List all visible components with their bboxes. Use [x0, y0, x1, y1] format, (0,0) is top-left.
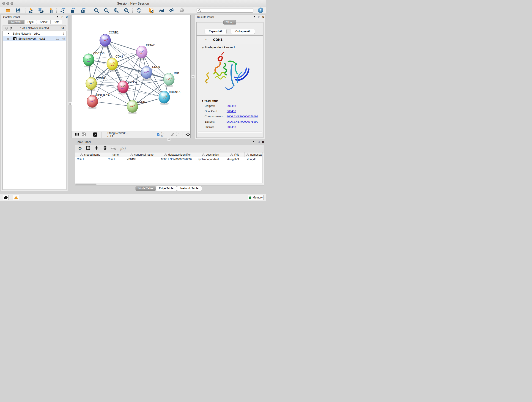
tab-network[interactable]: Network	[8, 20, 25, 24]
right-splitter-grip[interactable]	[191, 75, 195, 78]
network-options-gear-icon[interactable]: ⚙	[61, 26, 64, 30]
collapse-all-button[interactable]: Collapse All	[231, 29, 255, 34]
crosslink-genecard-link[interactable]: P06493	[227, 109, 236, 113]
float-panel-icon[interactable]: □	[259, 16, 260, 18]
cloud-button[interactable]	[3, 195, 9, 200]
float-panel-icon[interactable]: □	[258, 140, 260, 143]
table-vertical-scrollbar[interactable]	[262, 153, 264, 185]
column-header-shared-name[interactable]: shared name	[75, 153, 106, 157]
export-table-icon[interactable]	[70, 7, 76, 13]
network-edge-count: 48	[62, 36, 65, 41]
column-header-name[interactable]: name	[106, 153, 125, 157]
gene-section-header[interactable]: ▼ CDK1	[196, 36, 263, 44]
network-collection-row[interactable]: ▼ String Network – cdk1 1	[3, 31, 66, 36]
crosslink-compartments-link[interactable]: 9606.ENSP00000378699	[227, 115, 258, 118]
tab-edge-table[interactable]: Edge Table	[156, 186, 177, 191]
crosslink-pharos-link[interactable]: P06493	[227, 125, 236, 129]
zoom-fit-icon[interactable]	[113, 7, 119, 13]
column-header-description[interactable]: description	[196, 153, 225, 157]
network-share-toggle-icon[interactable]	[82, 133, 86, 137]
export-network-icon[interactable]	[60, 7, 66, 13]
table-cell[interactable]: CDK1	[106, 157, 125, 162]
refresh-icon[interactable]	[136, 7, 142, 13]
network-canvas[interactable]: CCNB2CCNA1CDC25BCDK1CDC6RB1CCNB1CCNA2CDK…	[71, 15, 191, 138]
import-network-icon[interactable]	[28, 7, 34, 13]
network-node-CCNE1[interactable]: CCNE1	[127, 100, 147, 114]
gray-orb-icon[interactable]	[179, 7, 185, 13]
column-header-canonical-name[interactable]: canonical name	[125, 153, 159, 157]
help-icon[interactable]: ?	[258, 7, 263, 13]
open-in-window-icon[interactable]	[93, 133, 97, 137]
tab-sets[interactable]: Sets	[51, 20, 62, 24]
collapse-panel-icon[interactable]: ▼	[56, 16, 58, 18]
network-edge[interactable]	[92, 101, 133, 106]
tab-network-table[interactable]: Network Table	[177, 186, 202, 191]
warning-button[interactable]	[13, 195, 19, 200]
network-node-CCNB2[interactable]: CCNB2	[100, 31, 119, 48]
save-session-icon[interactable]	[15, 7, 21, 13]
crosslink-uniprot-link[interactable]: P06493	[227, 104, 236, 108]
table-cell[interactable]: cyclin-dependent ...	[196, 157, 225, 162]
bottom-splitter-grip[interactable]	[167, 138, 171, 141]
collapse-panel-icon[interactable]: ▼	[253, 16, 255, 18]
network-node-HIST1H1A[interactable]: HIST1H1A	[87, 94, 110, 109]
expand-all-button[interactable]: Expand All	[205, 29, 227, 34]
zoom-selected-icon[interactable]	[123, 7, 129, 13]
tab-style[interactable]: Style	[24, 20, 37, 24]
column-header-namespace[interactable]: namespace	[245, 153, 264, 157]
show-columns-icon[interactable]	[86, 146, 90, 151]
tab-select[interactable]: Select	[37, 20, 51, 24]
collection-expand-icon[interactable]: ▼	[7, 31, 9, 36]
import-table-icon[interactable]	[48, 7, 54, 13]
network-row[interactable]: String Network – cdk1 11 48	[3, 36, 66, 41]
toolbar-separator	[145, 8, 145, 13]
network-edge[interactable]	[112, 64, 169, 79]
crosslink-label: GeneCard:	[205, 109, 218, 113]
collapse-panel-icon[interactable]: ▼	[253, 140, 254, 143]
network-node-CCNA1[interactable]: CCNA1	[136, 44, 156, 60]
column-header--id[interactable]: @id	[225, 153, 245, 157]
open-session-icon[interactable]	[5, 7, 11, 13]
left-splitter-grip[interactable]	[69, 102, 71, 105]
network-node-CCNB1[interactable]: CCNB1	[86, 77, 105, 91]
table-options-gear-icon[interactable]: ⚙	[78, 146, 82, 151]
table-row[interactable]: CDK1CDK1P064939606.ENSP00000378699cyclin…	[75, 157, 264, 162]
network-node-CCNA2[interactable]: CCNA2	[118, 80, 137, 95]
table-cell[interactable]: stringdb:9...	[225, 157, 245, 162]
crosslink-tissues-link[interactable]: 9606.ENSP00000378699	[227, 120, 258, 123]
zoom-out-icon[interactable]	[103, 7, 109, 13]
birdseye-crosshair-icon[interactable]	[186, 132, 190, 138]
table-cell[interactable]: stringdb	[245, 157, 264, 162]
toolbar-separator	[89, 8, 89, 13]
hide-eye-icon[interactable]	[169, 7, 175, 13]
network-edge[interactable]	[105, 40, 142, 52]
toolbar-separator	[25, 8, 25, 13]
delete-column-icon[interactable]	[103, 146, 108, 151]
table-horizontal-scrollbar[interactable]	[75, 183, 263, 185]
section-expand-icon[interactable]: ▼	[205, 38, 207, 41]
search-input[interactable]	[202, 8, 252, 12]
memory-button[interactable]: Memory	[248, 195, 264, 200]
network-node-CDKN1A[interactable]: CDKN1A	[159, 90, 181, 105]
birdseye-grid-icon[interactable]	[75, 133, 79, 137]
network-node-label: CCNE1	[137, 100, 147, 103]
share-document-icon[interactable]	[148, 7, 154, 13]
close-panel-icon[interactable]: ✕	[65, 16, 68, 19]
tab-string[interactable]: String	[223, 20, 236, 25]
home-icon[interactable]	[159, 7, 165, 13]
tab-node-table[interactable]: Node Table	[135, 186, 156, 191]
network-node-RB1[interactable]: RB1	[163, 72, 179, 87]
float-panel-icon[interactable]: □	[62, 16, 63, 18]
import-network-from-database-icon[interactable]	[38, 7, 44, 13]
table-cell[interactable]: 9606.ENSP00000378699	[159, 157, 196, 162]
add-column-icon[interactable]	[94, 146, 99, 151]
close-panel-icon[interactable]: ✕	[262, 16, 264, 19]
column-header-database-identifier[interactable]: database identifier	[159, 153, 196, 157]
zoom-in-icon[interactable]	[93, 7, 99, 13]
export-image-icon[interactable]	[80, 7, 86, 13]
table-cell[interactable]: CDK1	[75, 157, 106, 162]
selected-checkbox-icon[interactable]	[157, 133, 159, 136]
scrollbar-thumb[interactable]	[75, 184, 96, 185]
close-panel-icon[interactable]: ✕	[262, 140, 264, 144]
table-cell[interactable]: P06493	[125, 157, 159, 162]
